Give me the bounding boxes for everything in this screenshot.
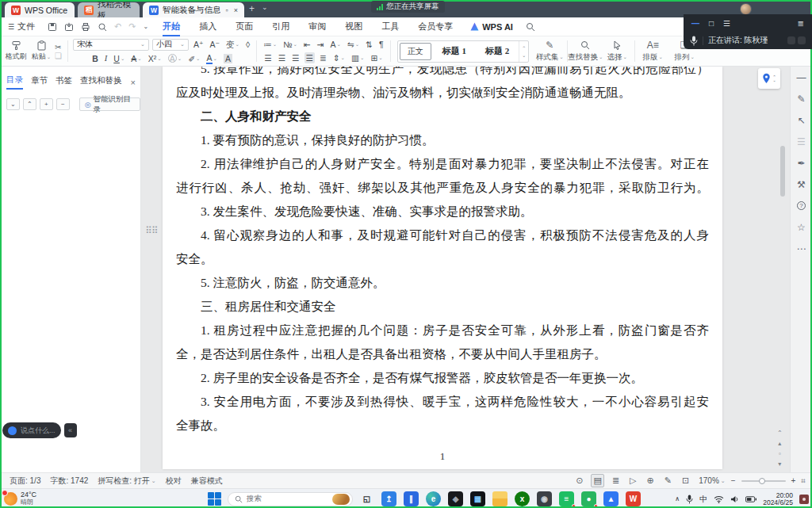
font-family-select[interactable]: 宋体 ⌄ — [73, 39, 149, 51]
underline-icon[interactable]: U⌄ — [112, 53, 126, 64]
undo-icon[interactable]: ↶ — [114, 21, 121, 32]
increase-font-size-icon[interactable]: A⁺ — [192, 39, 205, 50]
taskbar-icon-dark-app[interactable]: ◆ — [448, 491, 463, 506]
align-right-icon[interactable]: ☰ — [290, 52, 301, 63]
taskbar-weather-widget[interactable]: 24°C 晴朗 — [0, 491, 36, 506]
tools-icon[interactable]: ⚒ — [791, 174, 812, 195]
nav-tab-目录[interactable]: 目录 — [6, 74, 23, 90]
menu-tab-插入[interactable]: 插入 — [190, 17, 226, 36]
paragraph-marks-icon[interactable]: ¶ — [377, 39, 385, 50]
file-menu-button[interactable]: ☰ 文件 — [0, 21, 43, 32]
zoom-in-button[interactable]: + — [791, 476, 796, 485]
phonetic-guide-icon[interactable]: A⌄ — [167, 53, 183, 64]
italic-icon[interactable]: I — [103, 53, 109, 64]
styles-scroll-down-icon[interactable]: ⌄ — [522, 52, 526, 58]
align-left-icon[interactable]: ☰ — [262, 52, 273, 63]
typeset-button[interactable]: A≡排版⌄ — [637, 36, 668, 66]
quickbar-caret-icon[interactable]: ⌄ — [144, 23, 149, 30]
search-highlight-image[interactable] — [332, 494, 350, 505]
tab-wps-home[interactable]: W WPS Office — [5, 2, 75, 17]
toc-zoom-in-button[interactable]: + — [40, 98, 53, 110]
autoplay-icon[interactable]: ▷ — [627, 474, 638, 487]
align-center-icon[interactable]: ☰ — [277, 52, 287, 63]
taskbar-icon-task-view[interactable]: ◱ — [359, 491, 374, 506]
taskbar-icon-xbox[interactable]: x — [515, 491, 530, 506]
collapse-toolbar-icon[interactable]: — — [791, 67, 812, 88]
read-mode-icon[interactable]: ⊙ — [573, 474, 585, 487]
focus-mode-icon[interactable]: ⊡ — [680, 474, 691, 487]
spellcheck-toggle[interactable]: 拼写检查: 打开⌄ — [98, 476, 155, 487]
menu-tab-开始[interactable]: 开始 — [153, 17, 190, 36]
taskbar-search[interactable]: 搜索 — [228, 492, 353, 506]
smart-toc-button[interactable]: ◎ 智能识别目录 — [79, 97, 140, 111]
nav-tab-章节[interactable]: 章节 — [31, 75, 48, 89]
reaction-icons[interactable] — [787, 36, 806, 44]
taskbar-icon-camera[interactable]: ◉ — [537, 491, 552, 506]
help-icon[interactable]: ? — [791, 195, 812, 216]
overlay-menu-icon[interactable]: ≣ — [798, 19, 804, 28]
style-set-button[interactable]: ✎样式集⌄ — [534, 36, 565, 66]
cut-icon[interactable]: ✂ — [55, 43, 62, 52]
edit-mode-icon[interactable]: ✎ — [662, 474, 674, 487]
menu-tab-审阅[interactable]: 审阅 — [299, 17, 335, 36]
outline-view-icon[interactable]: ≣ — [610, 474, 622, 487]
zoom-slider[interactable] — [741, 480, 786, 482]
nav-tab-书签[interactable]: 书签 — [56, 75, 72, 89]
notifications-icon[interactable] — [799, 495, 809, 504]
export-icon[interactable] — [64, 22, 74, 32]
font-size-select[interactable]: 小四 ⌄ — [152, 39, 189, 51]
zoom-level[interactable]: 170%⌄ — [699, 476, 725, 485]
menu-tab-工具[interactable]: 工具 — [372, 17, 408, 36]
prev-page-icon[interactable]: ▴ — [778, 440, 781, 447]
position-pin-widget[interactable]: ⌃⌄ — [758, 68, 780, 89]
pin-down-icon[interactable]: ⌄ — [772, 78, 776, 82]
clear-format-icon[interactable]: ◊ — [244, 39, 251, 50]
bold-icon[interactable]: B — [90, 53, 100, 64]
tray-expand-icon[interactable]: ∧ — [675, 495, 680, 502]
print-icon[interactable] — [81, 22, 90, 32]
mic-icon[interactable] — [686, 495, 693, 504]
taskbar-icon-wechat[interactable]: ● — [581, 491, 596, 506]
taskbar-icon-meeting[interactable]: ∥ — [404, 491, 419, 506]
save-icon[interactable] — [48, 22, 57, 32]
document-page[interactable]: 5. 按章作业，搞好岗位安全文明生产，发现隐患（特别对因泄漏而易引起火灾的危险部… — [163, 67, 722, 469]
styles-scroll-up-icon[interactable]: ⌃ — [522, 45, 526, 51]
char-shading-icon[interactable]: A — [222, 53, 234, 64]
tab-docer-templates[interactable]: 稻 找稻壳模板 — [78, 2, 140, 17]
search-icon[interactable] — [526, 22, 535, 32]
annotate-pen-icon[interactable]: ✎ — [791, 88, 812, 109]
taskbar-clock[interactable]: 20:00 2024/6/25 — [763, 492, 793, 506]
superscript-icon[interactable]: X²⌄ — [147, 53, 163, 64]
numbered-list-icon[interactable]: №⌄ — [282, 39, 299, 50]
nav-tab-查找和替换[interactable]: 查找和替换 — [80, 75, 122, 89]
format-painter-button[interactable]: 格式刷 — [3, 40, 29, 62]
select-cursor-icon[interactable]: ↖ — [791, 109, 812, 131]
chat-input[interactable]: 说点什么... — [2, 422, 61, 438]
distribute-icon[interactable]: ≣ — [318, 52, 328, 63]
more-icon[interactable]: ⋯ — [791, 238, 812, 259]
wifi-icon[interactable] — [714, 495, 724, 503]
chat-collapse-button[interactable]: « — [64, 423, 77, 437]
user-avatar[interactable] — [740, 3, 752, 15]
tab-active-document[interactable]: W 智能装备与信息系-实践教学安 ▫ × — [143, 2, 244, 17]
adjust-icon[interactable]: ☰ — [791, 131, 812, 152]
copy-icon[interactable]: ❏ — [55, 52, 62, 60]
nav-panel-close-icon[interactable]: × — [131, 78, 136, 87]
taskbar-icon-file-explorer[interactable] — [492, 491, 508, 506]
tab-close-icon[interactable]: × — [234, 6, 238, 14]
overlay-list-icon[interactable]: ☰ — [723, 19, 730, 28]
fullscreen-icon[interactable]: ⌗ — [801, 476, 806, 486]
vertical-scrollbar-thumb[interactable] — [780, 146, 785, 197]
next-page-icon[interactable]: ▾ — [778, 460, 781, 468]
speaker-icon[interactable] — [730, 495, 739, 503]
taskbar-icon-edge[interactable]: e — [426, 491, 441, 506]
start-button[interactable] — [208, 492, 221, 506]
taskbar-icon-docs[interactable]: ▲ — [603, 491, 619, 506]
battery-icon[interactable] — [745, 496, 756, 502]
document-canvas[interactable]: 5. 按章作业，搞好岗位安全文明生产，发现隐患（特别对因泄漏而易引起火灾的危险部… — [141, 67, 790, 472]
toc-zoom-out-button[interactable]: − — [56, 98, 70, 110]
decrease-indent-icon[interactable]: ⇤ — [302, 39, 312, 50]
ime-indicator[interactable]: 中 — [699, 494, 707, 505]
style-normal[interactable]: 正文 — [400, 43, 431, 60]
justify-icon[interactable]: ☰ — [304, 52, 315, 63]
